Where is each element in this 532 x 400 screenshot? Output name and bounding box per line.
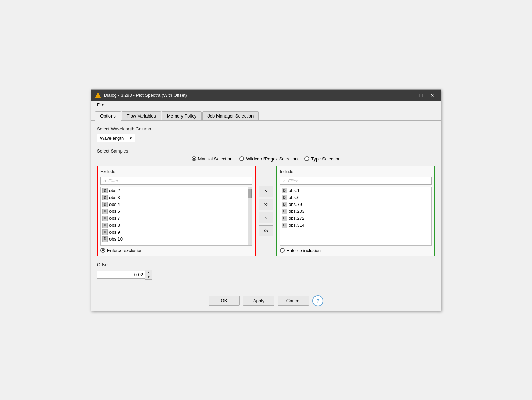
item-badge: D: [102, 223, 108, 228]
item-badge: D: [102, 202, 108, 207]
tab-job-manager[interactable]: Job Manager Selection: [202, 111, 259, 120]
tab-memory-policy[interactable]: Memory Policy: [162, 111, 202, 120]
window-title: Dialog - 3:290 - Plot Spectra (With Offs…: [104, 93, 402, 98]
list-item[interactable]: D obs.10: [101, 236, 252, 243]
manual-selection-option[interactable]: Manual Selection: [192, 156, 233, 162]
include-legend: Include: [280, 169, 432, 174]
item-badge: D: [282, 202, 287, 207]
include-list[interactable]: D obs.1 D obs.6 D obs.79 D: [280, 187, 432, 246]
item-badge: D: [282, 188, 287, 193]
selection-mode-row: Manual Selection Wildcard/Regex Selectio…: [97, 156, 435, 162]
include-filter[interactable]: ⊿ Filter: [280, 177, 432, 185]
exclude-list[interactable]: D obs.2 D obs.3 D obs.4 D: [100, 187, 252, 246]
file-menu[interactable]: File: [95, 102, 106, 108]
item-badge: D: [282, 223, 287, 228]
exclude-filter[interactable]: ⊿ Filter: [100, 177, 252, 185]
item-badge: D: [282, 216, 287, 221]
wavelength-section: Select Wavelength Column Wavelength ▾: [97, 126, 435, 142]
scrollbar-thumb[interactable]: [248, 189, 252, 198]
type-selection-option[interactable]: Type Selection: [304, 156, 340, 162]
list-item[interactable]: D obs.7: [101, 215, 252, 222]
spin-down-button[interactable]: ▼: [145, 275, 152, 279]
move-all-right-button[interactable]: >>: [259, 199, 273, 210]
enforce-inclusion-label: Enforce inclusion: [286, 248, 321, 253]
wavelength-value: Wavelength: [100, 136, 124, 141]
wavelength-label: Select Wavelength Column: [97, 126, 435, 131]
chevron-down-icon: ▾: [130, 136, 132, 141]
samples-section: Select Samples Manual Selection Wildcard…: [97, 148, 435, 256]
move-left-button[interactable]: <: [259, 212, 273, 223]
manual-label: Manual Selection: [198, 156, 233, 162]
list-item[interactable]: D obs.8: [101, 222, 252, 229]
filter-icon: ⊿: [282, 178, 286, 183]
list-item[interactable]: D obs.272: [280, 215, 431, 222]
offset-input[interactable]: [97, 271, 145, 279]
enforce-inclusion-row[interactable]: Enforce inclusion: [280, 248, 432, 253]
item-badge: D: [282, 209, 287, 214]
samples-label: Select Samples: [97, 148, 435, 154]
exclude-filter-placeholder: Filter: [108, 178, 118, 183]
menu-bar: File: [91, 101, 441, 109]
list-item[interactable]: D obs.6: [280, 194, 431, 201]
list-item[interactable]: D obs.203: [280, 208, 431, 215]
enforce-exclusion-radio[interactable]: [100, 248, 105, 253]
enforce-exclusion-label: Enforce exclusion: [107, 248, 143, 253]
scrollbar-track: [248, 187, 252, 245]
manual-radio[interactable]: [192, 156, 196, 161]
list-item[interactable]: D obs.3: [101, 194, 252, 201]
offset-label: Offset: [97, 262, 435, 267]
move-all-left-button[interactable]: <<: [259, 225, 273, 236]
window-controls: — □ ✕: [405, 92, 437, 99]
list-item[interactable]: D obs.2: [101, 187, 252, 194]
maximize-button[interactable]: □: [416, 92, 426, 99]
minimize-button[interactable]: —: [405, 92, 415, 99]
arrow-buttons: > >> < <<: [259, 186, 273, 236]
filter-icon: ⊿: [103, 178, 106, 183]
move-right-button[interactable]: >: [259, 186, 273, 197]
item-badge: D: [102, 195, 108, 200]
spinner-row: ▲ ▼: [97, 270, 435, 280]
main-window: Dialog - 3:290 - Plot Spectra (With Offs…: [91, 89, 441, 311]
type-label: Type Selection: [311, 156, 340, 162]
offset-section: Offset ▲ ▼: [97, 262, 435, 280]
enforce-exclusion-row[interactable]: Enforce exclusion: [100, 248, 252, 253]
exclude-legend: Exclude: [100, 169, 252, 174]
type-radio[interactable]: [304, 156, 309, 161]
wildcard-label: Wildcard/Regex Selection: [246, 156, 298, 162]
enforce-inclusion-radio[interactable]: [280, 248, 285, 253]
tab-flow-variables[interactable]: Flow Variables: [122, 111, 161, 120]
close-button[interactable]: ✕: [427, 92, 437, 99]
help-button[interactable]: ?: [312, 295, 323, 306]
list-item[interactable]: D obs.314: [280, 222, 431, 229]
apply-button[interactable]: Apply: [243, 296, 274, 306]
wavelength-dropdown[interactable]: Wavelength ▾: [97, 134, 135, 142]
list-item[interactable]: D obs.9: [101, 229, 252, 236]
item-badge: D: [282, 195, 287, 200]
list-item[interactable]: D obs.5: [101, 208, 252, 215]
title-bar: Dialog - 3:290 - Plot Spectra (With Offs…: [91, 90, 441, 101]
include-box: Include ⊿ Filter D obs.1 D obs.6: [276, 166, 435, 256]
item-badge: D: [102, 236, 108, 242]
item-badge: D: [102, 229, 108, 235]
cancel-button[interactable]: Cancel: [278, 296, 309, 306]
exclude-box: Exclude ⊿ Filter D obs.2 D obs.3: [97, 166, 256, 256]
spinner-arrows: ▲ ▼: [145, 270, 152, 280]
columns-row: Exclude ⊿ Filter D obs.2 D obs.3: [97, 166, 435, 256]
wildcard-radio[interactable]: [239, 156, 244, 161]
list-item[interactable]: D obs.79: [280, 201, 431, 208]
wildcard-selection-option[interactable]: Wildcard/Regex Selection: [239, 156, 298, 162]
spin-up-button[interactable]: ▲: [145, 270, 152, 275]
list-item[interactable]: D obs.4: [101, 201, 252, 208]
item-badge: D: [102, 209, 108, 214]
bottom-bar: OK Apply Cancel ?: [91, 291, 441, 311]
item-badge: D: [102, 188, 108, 193]
include-filter-placeholder: Filter: [288, 178, 298, 183]
ok-button[interactable]: OK: [209, 296, 240, 306]
list-item[interactable]: D obs.1: [280, 187, 431, 194]
item-badge: D: [102, 216, 108, 221]
tab-options[interactable]: Options: [95, 111, 121, 121]
tab-bar: Options Flow Variables Memory Policy Job…: [91, 109, 441, 121]
main-content: Select Wavelength Column Wavelength ▾ Se…: [91, 121, 441, 291]
warning-triangle-icon: [95, 92, 101, 98]
